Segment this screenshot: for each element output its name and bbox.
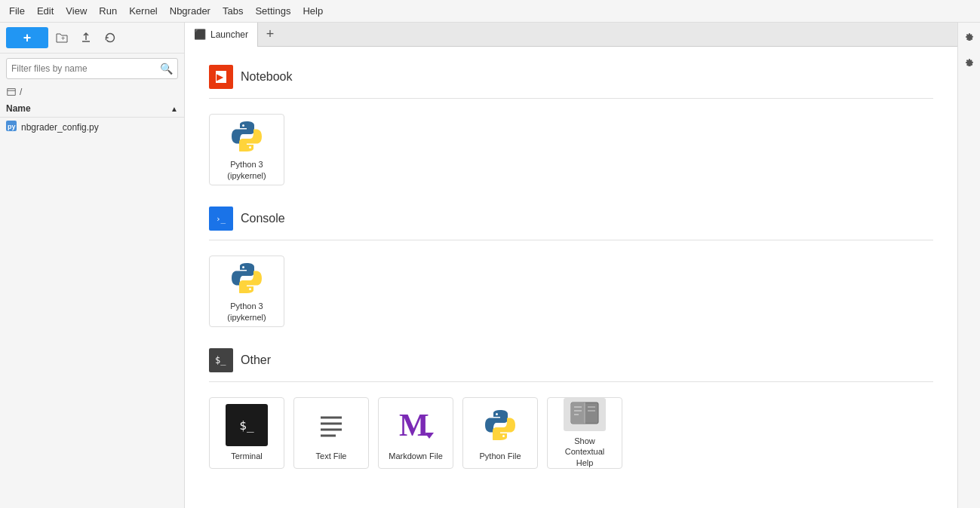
text-file-icon (310, 404, 352, 446)
menu-run[interactable]: Run (93, 2, 123, 20)
text-file-card[interactable]: Text File (293, 397, 369, 469)
notebook-divider (209, 98, 933, 99)
sort-icon: ▲ (171, 105, 178, 113)
contextual-help-card[interactable]: Show ContextualHelp (547, 397, 622, 469)
right-sidebar (957, 23, 980, 508)
svg-text:$_: $_ (215, 355, 226, 366)
svg-text:+: + (61, 35, 65, 42)
menu-help[interactable]: Help (296, 2, 329, 20)
svg-point-8 (242, 266, 244, 268)
menu-tabs[interactable]: Tabs (217, 2, 249, 20)
sidebar: + + 🔍 / Name ▲ (0, 23, 185, 508)
svg-rect-19 (571, 402, 585, 424)
python3-console-icon (226, 260, 268, 296)
menubar: File Edit View Run Kernel Nbgrader Tabs … (0, 0, 980, 23)
console-section-icon: ›_ (209, 207, 233, 231)
filter-input[interactable] (11, 63, 160, 74)
breadcrumb: / (0, 84, 184, 100)
new-button[interactable]: + (6, 27, 48, 48)
python3-notebook-card[interactable]: Python 3(ipykernel) (209, 114, 284, 185)
console-section-header: ›_ Console (209, 207, 933, 231)
tab-bar: ⬛ Launcher + (185, 23, 957, 47)
python-file-card[interactable]: Python File (462, 397, 538, 469)
right-panel: ⬛ Launcher + ▶ Notebook (185, 23, 957, 508)
menu-file[interactable]: File (3, 2, 31, 20)
other-section-label: Other (241, 353, 271, 367)
app-container: + + 🔍 / Name ▲ (0, 23, 980, 508)
svg-text:M: M (399, 409, 429, 442)
name-column-label: Name (6, 103, 31, 114)
markdown-file-label: Markdown File (389, 451, 443, 461)
svg-text:›_: ›_ (216, 214, 226, 224)
tab-label: Launcher (210, 29, 248, 40)
menu-nbgrader[interactable]: Nbgrader (164, 2, 217, 20)
file-list-header[interactable]: Name ▲ (0, 100, 184, 118)
sidebar-toolbar: + + (0, 23, 184, 54)
launcher-icon: ⬛ (194, 29, 206, 40)
terminal-card[interactable]: $_ Terminal (209, 397, 284, 469)
gear-button-top[interactable] (960, 29, 979, 48)
python3-console-card[interactable]: Python 3(ipykernel) (209, 256, 284, 327)
python3-notebook-label: Python 3(ipykernel) (227, 159, 266, 181)
svg-point-6 (249, 146, 251, 148)
gear-button-bottom[interactable] (960, 54, 979, 74)
notebook-section-header: ▶ Notebook (209, 65, 933, 89)
svg-text:py: py (8, 123, 16, 130)
console-divider (209, 240, 933, 240)
search-box: 🔍 (6, 58, 178, 79)
python3-console-label: Python 3(ipykernel) (227, 301, 266, 323)
new-folder-button[interactable]: + (51, 27, 72, 48)
svg-point-9 (249, 288, 251, 290)
other-section-icon: $_ (209, 348, 233, 372)
markdown-file-card[interactable]: M Markdown File (378, 397, 453, 469)
menu-settings[interactable]: Settings (249, 2, 296, 20)
other-cards: $_ Terminal Text File (209, 397, 933, 469)
svg-point-16 (496, 413, 498, 415)
contextual-help-label: Show ContextualHelp (554, 436, 616, 468)
console-cards: Python 3(ipykernel) (209, 256, 933, 327)
notebook-section-label: Notebook (241, 70, 293, 84)
tab-add-button[interactable]: + (258, 23, 282, 47)
terminal-label: Terminal (231, 451, 263, 461)
search-icon: 🔍 (160, 63, 173, 75)
svg-point-17 (502, 435, 505, 437)
markdown-file-icon: M (395, 404, 437, 446)
python-file-icon (479, 404, 521, 446)
python3-notebook-icon (226, 118, 268, 155)
menu-kernel[interactable]: Kernel (123, 2, 164, 20)
contextual-help-icon (564, 398, 606, 431)
other-section-header: $_ Other (209, 348, 933, 372)
text-file-label: Text File (316, 451, 347, 461)
console-section-label: Console (241, 212, 285, 225)
python-file-label: Python File (479, 451, 521, 461)
list-item[interactable]: py nbgrader_config.py (0, 118, 184, 136)
terminal-icon: $_ (226, 404, 268, 446)
menu-edit[interactable]: Edit (31, 2, 60, 20)
other-divider (209, 381, 933, 382)
file-name: nbgrader_config.py (21, 122, 99, 133)
upload-button[interactable] (75, 27, 97, 48)
tab-launcher[interactable]: ⬛ Launcher (185, 23, 258, 47)
notebook-section-icon: ▶ (209, 65, 233, 89)
refresh-button[interactable] (100, 27, 121, 48)
notebook-cards: Python 3(ipykernel) (209, 114, 933, 185)
menu-view[interactable]: View (60, 2, 93, 20)
breadcrumb-path: / (20, 87, 22, 97)
svg-point-5 (242, 124, 244, 127)
python-file-icon: py (6, 121, 17, 133)
launcher-content: ▶ Notebook Python 3(ipy (185, 47, 957, 508)
